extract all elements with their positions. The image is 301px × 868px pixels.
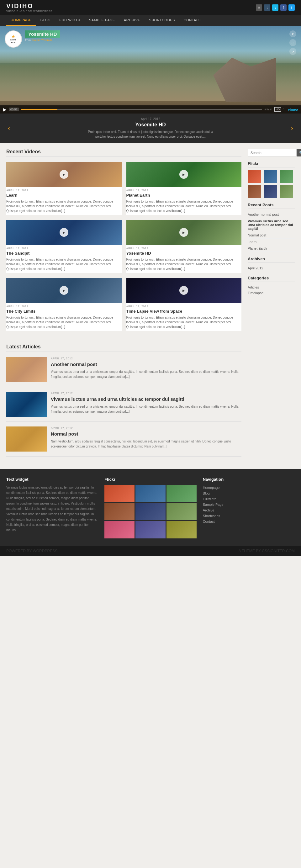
carousel-caption: ‹ April 17, 2012 Yosemite HD Proin quis … <box>0 114 301 143</box>
archive-0[interactable]: April 2012 <box>248 265 295 271</box>
hero-share-btn[interactable]: ↗ <box>290 48 296 55</box>
nav-item-blog[interactable]: BLOG <box>36 15 55 26</box>
article-thumb-2[interactable] <box>6 427 47 452</box>
video-card-0: ▶ APRIL 17, 2012 Learn Proin quis tortor… <box>6 162 122 215</box>
progress-bar[interactable] <box>21 109 262 110</box>
article-title-0[interactable]: Another normal post <box>51 361 241 368</box>
nav-item-sample[interactable]: SAMPLE PAGE <box>85 15 119 26</box>
recent-post-1[interactable]: Vivamus luctus urna sed urna ultricies a… <box>248 218 295 232</box>
hero-from-link[interactable]: Project Yosemite <box>32 38 53 42</box>
flickr-thumb-4[interactable] <box>264 185 277 198</box>
footer-nav-0[interactable]: Homepage <box>203 485 295 491</box>
footer-flickr-1[interactable] <box>136 485 165 502</box>
flickr-thumb-5[interactable] <box>280 185 293 198</box>
hero-like-btn[interactable]: ♥ <box>290 30 296 37</box>
video-title-4[interactable]: The City Limits <box>6 309 122 314</box>
carousel-text-area: April 17, 2012 Yosemite HD Proin quis to… <box>11 117 290 139</box>
video-thumb-0[interactable]: ▶ <box>6 162 122 187</box>
progress-fill <box>21 109 57 110</box>
nav-item-contact[interactable]: CONTACT <box>179 15 206 26</box>
nav-item-shortcodes[interactable]: SHORTCODES <box>145 15 179 26</box>
flickr-thumb-3[interactable] <box>248 185 261 198</box>
categories-section: Categories Articles Timelapse <box>248 276 295 296</box>
video-desc-4: Proin quis tortor orci. Etiam at risus e… <box>6 315 122 329</box>
email-icon[interactable]: ✉ <box>256 4 262 11</box>
video-thumb-3[interactable]: ▶ <box>126 220 242 245</box>
video-info-0: APRIL 17, 2012 Learn Proin quis tortor o… <box>6 187 122 215</box>
article-thumb-img-0 <box>6 357 47 382</box>
archives-title: Archives <box>248 256 295 263</box>
video-thumb-4[interactable]: ▶ <box>6 278 122 303</box>
play-overlay-2[interactable]: ▶ <box>60 228 68 237</box>
article-thumb-1[interactable] <box>6 392 47 417</box>
article-title-1[interactable]: Vivamus luctus urna sed urna ultricies a… <box>51 396 241 402</box>
recent-post-4[interactable]: Planet Earth <box>248 245 295 252</box>
footer-flickr-7[interactable] <box>136 521 165 538</box>
footer-flickr-8[interactable] <box>167 521 197 538</box>
video-card-4: ▶ APRIL 17, 2012 The City Limits Proin q… <box>6 278 122 331</box>
footer-flickr-4[interactable] <box>136 503 165 520</box>
footer-nav-6[interactable]: Contact <box>203 519 295 524</box>
recent-post-0[interactable]: Another normal post <box>248 211 295 218</box>
footer-nav-2[interactable]: Fullwidth <box>203 496 295 502</box>
footer-nav-1[interactable]: Blog <box>203 491 295 496</box>
video-title-1[interactable]: Planet Earth <box>126 193 242 197</box>
carousel-next[interactable]: › <box>290 123 295 133</box>
nav-item-fullwidth[interactable]: FULLWIDTH <box>55 15 85 26</box>
footer-flickr-6[interactable] <box>104 521 134 538</box>
footer-flickr-3[interactable] <box>104 503 134 520</box>
article-thumb-img-2 <box>6 427 47 452</box>
footer-flickr-0[interactable] <box>104 485 134 502</box>
category-0[interactable]: Articles <box>248 284 295 290</box>
article-thumb-0[interactable] <box>6 357 47 382</box>
play-overlay-0[interactable]: ▶ <box>60 170 68 179</box>
video-card-5: ▶ APRIL 17, 2012 Time Lapse View from Sp… <box>126 278 242 331</box>
footer-bottom: POWERED BY WORDPRESS A THEME BY CSSIGNIT… <box>0 546 301 556</box>
video-title-0[interactable]: Learn <box>6 193 122 197</box>
footer-nav-list: Homepage Blog Fullwidth Sample Page Arch… <box>203 485 295 524</box>
footer-nav-5[interactable]: Shortcodes <box>203 513 295 519</box>
hero-title-area: Yosemite HD from Project Yosemite <box>25 30 60 42</box>
play-overlay-4[interactable]: ▶ <box>60 286 68 295</box>
hero-video-title: Yosemite HD <box>28 31 57 37</box>
article-title-2[interactable]: Normal post <box>51 431 241 437</box>
search-button[interactable]: 🔍 <box>297 149 301 156</box>
vimeo-icon[interactable]: v <box>272 4 278 11</box>
flickr-thumb-2[interactable] <box>280 170 293 183</box>
video-title-2[interactable]: The Sandpit <box>6 251 122 255</box>
footer-nav-3[interactable]: Sample Page <box>203 502 295 507</box>
nav-item-archive[interactable]: ARCHIVE <box>119 15 145 26</box>
play-overlay-3[interactable]: ▶ <box>179 228 188 237</box>
theme-by: A THEME BY CSSIGNITER.COM <box>238 549 295 553</box>
header-social-icons: ✉ t v f t <box>256 4 295 11</box>
play-button[interactable]: ▶ <box>3 107 7 112</box>
nav-item-homepage[interactable]: HOMEPAGE <box>6 15 36 26</box>
recent-post-2[interactable]: Normal post <box>248 232 295 239</box>
facebook-icon[interactable]: f <box>280 4 287 11</box>
flickr-thumb-1[interactable] <box>264 170 277 183</box>
footer-text-widget-title: Text widget <box>6 477 98 482</box>
search-input[interactable] <box>248 149 297 156</box>
video-desc-5: Proin quis tortor orci. Etiam at risus e… <box>126 315 242 329</box>
video-thumb-5[interactable]: ▶ <box>126 278 242 303</box>
twitter-icon[interactable]: t <box>289 4 295 11</box>
video-thumb-1[interactable]: ▶ <box>126 162 242 187</box>
play-overlay-1[interactable]: ▶ <box>179 170 188 179</box>
video-title-3[interactable]: Yosemite HD <box>126 251 242 255</box>
play-overlay-5[interactable]: ▶ <box>179 286 188 295</box>
footer-flickr-5[interactable] <box>167 503 197 520</box>
recent-post-3[interactable]: Learn <box>248 239 295 245</box>
hero-clock-btn[interactable]: ◷ <box>290 39 296 46</box>
carousel-prev[interactable]: ‹ <box>6 123 11 133</box>
flickr-thumb-0[interactable] <box>248 170 261 183</box>
video-thumb-2[interactable]: ▶ <box>6 220 122 245</box>
video-title-5[interactable]: Time Lapse View from Space <box>126 309 242 314</box>
article-info-1: APRIL 17, 2012 Vivamus luctus urna sed u… <box>51 392 241 417</box>
article-info-2: APRIL 17, 2012 Normal post Nam vestibulu… <box>51 427 241 452</box>
footer-nav-4[interactable]: Archive <box>203 507 295 513</box>
footer-flickr-2[interactable] <box>167 485 197 502</box>
tumblr-icon[interactable]: t <box>264 4 270 11</box>
article-desc-0: Vivamus luctus urna sed urna ultricies a… <box>51 369 241 379</box>
category-1[interactable]: Timelapse <box>248 290 295 296</box>
section-divider <box>6 339 241 339</box>
